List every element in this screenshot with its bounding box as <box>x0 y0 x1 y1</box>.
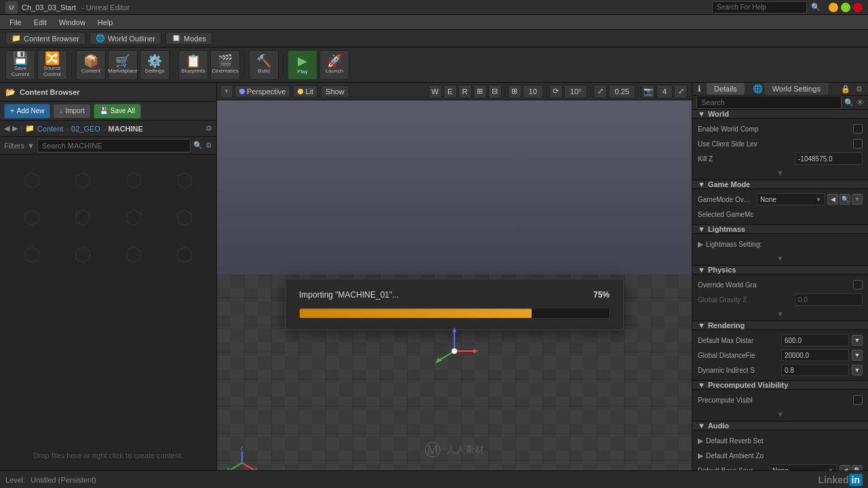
details-view-icon[interactable]: 👁 <box>856 98 864 106</box>
menu-window[interactable]: Window <box>54 17 91 28</box>
viewport[interactable]: ▼ Perspective Lit Show W E R ⊞ <box>217 83 692 488</box>
panel-lock-icon[interactable]: 🔒 <box>841 85 850 94</box>
content-area: 📂 Content Browser + Add New ↓ Import 💾 S… <box>0 83 868 488</box>
viewport-dropdown-btn[interactable]: ▼ <box>221 86 232 97</box>
section-world-header[interactable]: ▼ World <box>692 110 868 119</box>
global-dist-value[interactable]: 20000.0 <box>781 349 849 361</box>
marketplace-button[interactable]: 🛒 Marketplace <box>108 50 138 80</box>
grid-snap-btn[interactable]: ⊞ <box>508 85 521 98</box>
toolbar-separator-2 <box>174 53 174 77</box>
viewport-translate-btn[interactable]: W <box>429 85 442 98</box>
folder-settings-icon[interactable]: ⚙ <box>205 124 212 133</box>
nav-back-icon[interactable]: ◀ <box>4 124 9 133</box>
world-settings-tab[interactable]: World Settings <box>765 83 828 95</box>
section-game-mode-header[interactable]: ▼ Game Mode <box>692 180 868 189</box>
launch-button[interactable]: 🚀 Launch <box>319 50 349 80</box>
section-physics-header[interactable]: ▼ Physics <box>692 266 868 274</box>
search-for-help-input[interactable] <box>712 1 807 14</box>
prop-selected-gamemc: Selected GameMc <box>698 207 863 222</box>
maximize-button[interactable] <box>841 3 850 12</box>
override-gravity-checkbox[interactable] <box>853 280 863 289</box>
viewport-snap-btn[interactable]: ⊟ <box>488 85 502 98</box>
details-search-icon[interactable]: 🔍 <box>844 98 854 107</box>
build-button[interactable]: 🔨 Build <box>249 50 279 80</box>
dynamic-expand[interactable]: ▼ <box>852 365 863 375</box>
lightmass-expand-icon[interactable]: ▶ <box>698 240 703 249</box>
content-button[interactable]: 📦 Content <box>76 50 106 80</box>
modes-toggle[interactable]: 🔲 Modes <box>165 32 212 45</box>
prop-kill-z: Kill Z -1048575.0 <box>698 151 863 166</box>
use-client-side-checkbox[interactable] <box>853 139 863 148</box>
camera-speed-btn[interactable]: 📷 <box>642 85 655 98</box>
dynamic-value[interactable]: 0.8 <box>781 364 849 376</box>
panel-options-icon[interactable]: ⚙ <box>856 85 863 94</box>
add-new-button[interactable]: + Add New <box>4 104 50 119</box>
enable-world-comp-checkbox[interactable] <box>853 124 863 134</box>
menu-help[interactable]: Help <box>92 17 119 28</box>
show-button[interactable]: Show <box>321 85 349 98</box>
content-browser-search[interactable] <box>37 139 191 152</box>
gamemode-override-dropdown[interactable]: None ▼ <box>757 193 825 205</box>
details-search-input[interactable] <box>696 96 842 109</box>
transform-gizmo[interactable] <box>427 324 481 380</box>
lightmass-expand-btn[interactable]: ▼ <box>776 254 784 262</box>
section-lightmass-header[interactable]: ▼ Lightmass <box>692 225 868 234</box>
details-icon: ℹ <box>698 84 701 94</box>
rotation-snap-btn[interactable]: ⟳ <box>549 85 563 98</box>
blueprints-button[interactable]: 📋 Blueprints <box>178 50 208 80</box>
default-max-value[interactable]: 600.0 <box>781 334 849 346</box>
reverb-expand-icon[interactable]: ▶ <box>698 436 703 445</box>
breadcrumb-content[interactable]: Content <box>37 125 64 133</box>
save-current-button[interactable]: 💾 Save Current <box>5 50 35 80</box>
menu-file[interactable]: File <box>4 17 27 28</box>
close-button[interactable] <box>853 3 863 12</box>
viewport-rotate-btn[interactable]: E <box>443 85 457 98</box>
menu-edit[interactable]: Edit <box>28 17 52 28</box>
viewport-scale-btn[interactable]: R <box>458 85 472 98</box>
physics-expand-btn[interactable]: ▼ <box>776 310 784 318</box>
viewport-scene[interactable]: Importing "MACHINE_01"... 75% <box>217 100 692 488</box>
dialog-header: Importing "MACHINE_01"... 75% <box>299 290 610 300</box>
nav-forward-icon[interactable]: ▶ <box>12 124 18 133</box>
world-expand-btn[interactable]: ▼ <box>776 169 784 177</box>
settings-button[interactable]: ⚙️ Settings <box>140 50 170 80</box>
global-dist-expand[interactable]: ▼ <box>852 350 863 361</box>
section-audio-header[interactable]: ▼ Audio <box>692 422 868 430</box>
progress-bar-background <box>299 308 610 319</box>
rotation-size-btn[interactable]: 10° <box>564 85 588 98</box>
play-button[interactable]: ▶ Play <box>288 50 317 80</box>
kill-z-value[interactable]: -1048575.0 <box>795 152 863 165</box>
cinematics-button[interactable]: 🎬 Cinematics <box>210 50 240 80</box>
gamemode-btn-2[interactable]: 🔍 <box>840 194 850 205</box>
maximize-viewport-btn[interactable]: ⤢ <box>674 85 688 98</box>
search-help-icon[interactable]: 🔍 <box>811 3 821 12</box>
camera-speed-value-btn[interactable]: 4 <box>656 85 673 98</box>
viewport-local-btn[interactable]: ⊞ <box>473 85 487 98</box>
default-max-expand[interactable]: ▼ <box>852 335 863 346</box>
content-settings-icon[interactable]: ⚙ <box>205 141 212 150</box>
world-outliner-toggle[interactable]: 🌐 World Outliner <box>90 32 161 45</box>
source-control-button[interactable]: 🔀 Source Control <box>37 50 67 80</box>
precomputed-expand-btn[interactable]: ▼ <box>776 410 784 418</box>
breadcrumb-machine[interactable]: MACHINE <box>108 125 143 133</box>
gamemode-btn-1[interactable]: ◀ <box>827 194 838 205</box>
perspective-mode-button[interactable]: Perspective <box>235 85 290 98</box>
breadcrumb-geo[interactable]: 02_GEO <box>71 125 100 133</box>
details-tab[interactable]: Details <box>707 83 745 95</box>
minimize-button[interactable] <box>829 3 838 12</box>
grid-size-btn[interactable]: 10 <box>523 85 543 98</box>
scale-snap-btn[interactable]: ⤢ <box>593 85 607 98</box>
scale-size-btn[interactable]: 0.25 <box>608 85 635 98</box>
gamemode-btn-3[interactable]: + <box>852 194 863 205</box>
search-icon[interactable]: 🔍 <box>193 141 203 150</box>
section-precomputed-header[interactable]: ▼ Precomputed Visibility <box>692 381 868 390</box>
content-browser-toggle[interactable]: 📁 Content Browser <box>5 32 85 45</box>
lit-mode-button[interactable]: Lit <box>293 85 318 98</box>
import-button[interactable]: ↓ Import <box>53 104 90 119</box>
ambient-expand-icon[interactable]: ▶ <box>698 451 703 460</box>
precompute-visibility-checkbox[interactable] <box>853 395 863 405</box>
filters-dropdown-icon[interactable]: ▼ <box>27 142 35 150</box>
filters-label[interactable]: Filters <box>4 142 24 150</box>
section-rendering-header[interactable]: ▼ Rendering <box>692 321 868 330</box>
save-all-button[interactable]: 💾 Save All <box>94 104 141 119</box>
